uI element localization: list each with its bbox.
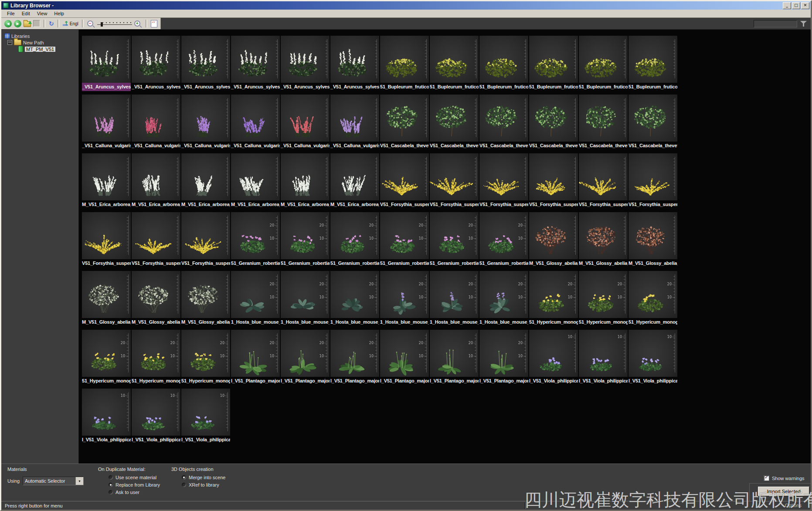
plant-thumbnail[interactable] xyxy=(579,153,628,200)
plant-item[interactable]: l_V51_Viola_philippica_ xyxy=(132,389,180,444)
plant-label[interactable]: V51_Cascabela_thevet xyxy=(529,142,578,150)
plant-item[interactable]: _V51_Calluna_vulgaris xyxy=(330,95,379,150)
plant-label[interactable]: _V51_Calluna_vulgaris xyxy=(181,142,230,150)
plant-label[interactable]: 51_Hypericum_monogyr xyxy=(529,318,578,326)
plant-label[interactable]: M_V51_Glossy_abelia_ xyxy=(579,259,628,267)
plant-thumbnail[interactable] xyxy=(132,153,180,200)
plant-item[interactable]: V51_Forsythia_suspens xyxy=(579,153,628,209)
plant-thumbnail[interactable] xyxy=(430,95,479,142)
plant-label[interactable]: 1_Hosta_blue_mouse_ xyxy=(231,318,280,326)
plant-label[interactable]: 51_Bupleurum_fruticos xyxy=(529,83,578,91)
minimize-button[interactable]: _ xyxy=(783,2,791,9)
plant-label[interactable]: _V51_Aruncus_sylveste xyxy=(281,83,330,91)
plant-thumbnail[interactable] xyxy=(82,271,131,318)
plant-label[interactable]: M_V51_Erica_arborea_ xyxy=(132,200,180,209)
plant-label[interactable]: V51_Forsythia_suspens xyxy=(132,259,180,267)
plant-thumbnail[interactable] xyxy=(132,95,180,142)
plant-thumbnail[interactable] xyxy=(579,212,628,259)
plant-label[interactable]: _V51_Aruncus_sylveste xyxy=(231,83,280,91)
plant-label[interactable]: V51_Forsythia_suspens xyxy=(181,259,230,267)
plant-item[interactable]: l_V51_Plantago_major_ xyxy=(281,330,330,385)
plant-label[interactable]: M_V51_Erica_arborea_ xyxy=(82,200,131,209)
plant-label[interactable]: _V51_Calluna_vulgaris xyxy=(82,142,131,150)
plant-thumbnail[interactable] xyxy=(281,271,330,318)
plant-item[interactable]: 51_Bupleurum_fruticos xyxy=(430,36,479,91)
plant-label[interactable]: M_V51_Erica_arborea_ xyxy=(181,200,230,209)
radio-xref-to-library[interactable]: XRef to library xyxy=(182,482,219,487)
plant-label[interactable]: V51_Forsythia_suspens xyxy=(82,259,131,267)
plant-thumbnail[interactable] xyxy=(231,95,280,142)
plant-thumbnail[interactable] xyxy=(529,153,578,200)
plant-thumbnail[interactable] xyxy=(181,389,230,436)
plant-item[interactable]: M_V51_Glossy_abelia_ xyxy=(82,271,131,326)
radio-icon[interactable] xyxy=(109,475,113,480)
plant-item[interactable]: 51_Geranium_robertian xyxy=(281,212,330,267)
plant-thumbnail[interactable] xyxy=(479,271,528,318)
plant-label[interactable]: V51_Forsythia_suspens xyxy=(430,200,479,209)
plant-item[interactable]: 51_Bupleurum_fruticos xyxy=(579,36,628,91)
plant-item[interactable]: V51_Cascabela_thevet xyxy=(579,95,628,150)
plant-item[interactable]: M_V51_Glossy_abelia_ xyxy=(529,212,578,267)
plant-label[interactable]: 51_Geranium_robertian xyxy=(430,259,479,267)
plant-label[interactable]: l_V51_Viola_philippica_ xyxy=(529,377,578,385)
plant-thumbnail[interactable] xyxy=(82,95,131,142)
radio-icon[interactable] xyxy=(109,483,113,487)
plant-label[interactable]: 51_Hypericum_monogyr xyxy=(579,318,628,326)
plant-thumbnail[interactable] xyxy=(579,330,628,377)
radio-ask-to-user[interactable]: Ask to user xyxy=(109,490,139,495)
plant-item[interactable]: _V51_Calluna_vulgaris xyxy=(82,95,131,150)
plant-item[interactable]: 51_Geranium_robertian xyxy=(330,212,379,267)
plant-label[interactable]: _V51_Aruncus_sylveste xyxy=(181,83,230,91)
plant-thumbnail[interactable] xyxy=(430,153,479,200)
plant-thumbnail[interactable] xyxy=(380,271,429,318)
plant-thumbnail[interactable] xyxy=(330,36,379,83)
thumbnail-size-slider[interactable] xyxy=(97,20,132,27)
plant-thumbnail[interactable] xyxy=(529,212,578,259)
plant-label[interactable]: M_V51_Glossy_abelia_ xyxy=(181,318,230,326)
back-icon[interactable] xyxy=(4,20,12,27)
plant-label[interactable]: 1_Hosta_blue_mouse_ xyxy=(380,318,429,326)
plant-label[interactable]: _V51_Aruncus_sylveste xyxy=(330,83,379,91)
plant-label[interactable]: V51_Cascabela_thevet xyxy=(430,142,479,150)
close-button[interactable]: ✕ xyxy=(801,2,809,9)
plant-item[interactable]: _V51_Aruncus_sylveste xyxy=(181,36,230,91)
plant-label[interactable]: 51_Hypericum_monogyr xyxy=(82,377,131,385)
plant-thumbnail[interactable] xyxy=(82,212,131,259)
plant-label[interactable]: V51_Forsythia_suspens xyxy=(529,200,578,209)
plant-thumbnail[interactable] xyxy=(231,271,280,318)
plant-label[interactable]: l_V51_Viola_philippica_ xyxy=(82,436,131,444)
plant-item[interactable]: 51_Hypericum_monogyr xyxy=(579,271,628,326)
language-button[interactable]: Engl xyxy=(70,21,78,26)
plant-label[interactable]: M_V51_Glossy_abelia_ xyxy=(629,259,677,267)
plant-label[interactable]: 1_Hosta_blue_mouse_ xyxy=(330,318,379,326)
plant-item[interactable]: M_V51_Glossy_abelia_ xyxy=(181,271,230,326)
tree-item-library[interactable]: MT_PM_V51 xyxy=(1,46,78,52)
plant-item[interactable]: V51_Cascabela_thevet xyxy=(629,95,677,150)
material-selector-dropdown[interactable]: Automatic Selector xyxy=(23,477,84,485)
plant-thumbnail[interactable] xyxy=(380,36,429,83)
plant-thumbnail[interactable] xyxy=(281,36,330,83)
plant-item[interactable]: V51_Cascabela_thevet xyxy=(479,95,528,150)
plant-label[interactable]: 51_Hypericum_monogyr xyxy=(629,318,677,326)
plant-label[interactable]: l_V51_Viola_philippica_ xyxy=(629,377,677,385)
plant-thumbnail[interactable] xyxy=(380,95,429,142)
plant-thumbnail[interactable] xyxy=(529,271,578,318)
plant-thumbnail[interactable] xyxy=(330,153,379,200)
plant-label[interactable]: _V51_Calluna_vulgaris xyxy=(132,142,180,150)
plant-item[interactable]: l_V51_Viola_philippica_ xyxy=(529,330,578,385)
plant-thumbnail[interactable] xyxy=(82,36,131,83)
plant-label[interactable]: 51_Bupleurum_fruticos xyxy=(430,83,479,91)
plant-item[interactable]: M_V51_Erica_arborea_ xyxy=(181,153,230,209)
plant-thumbnail[interactable] xyxy=(479,330,528,377)
plant-item[interactable]: 51_Bupleurum_fruticos xyxy=(380,36,429,91)
plant-thumbnail[interactable] xyxy=(629,212,677,259)
plant-thumbnail[interactable] xyxy=(281,153,330,200)
plant-label[interactable]: 51_Bupleurum_fruticos xyxy=(380,83,429,91)
plant-item[interactable]: 51_Geranium_robertian xyxy=(479,212,528,267)
menu-view[interactable]: View xyxy=(34,10,51,17)
plant-item[interactable]: 51_Hypericum_monogyr xyxy=(629,271,677,326)
plant-thumbnail[interactable] xyxy=(629,330,677,377)
forward-icon[interactable] xyxy=(14,20,21,27)
plant-item[interactable]: l_V51_Viola_philippica_ xyxy=(82,389,131,444)
plant-thumbnail[interactable] xyxy=(629,95,677,142)
